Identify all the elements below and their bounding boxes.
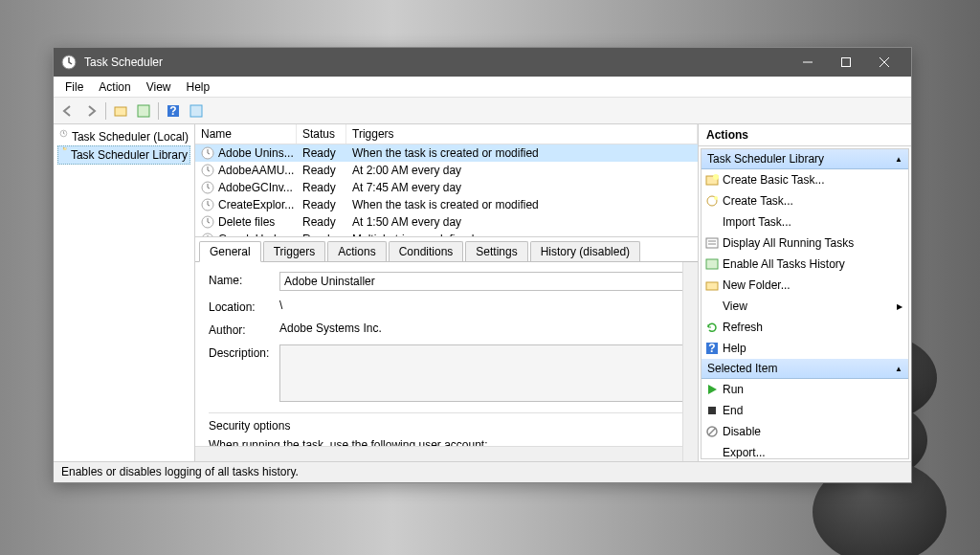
scheduler-icon	[59, 129, 68, 144]
history-icon	[705, 257, 719, 271]
action-label: Import Task...	[723, 215, 902, 229]
task-row[interactable]: Delete filesReadyAt 1:50 AM every day	[195, 213, 698, 231]
task-list[interactable]: Name Status Triggers Adobe Unins...Ready…	[195, 124, 698, 237]
location-value: \	[279, 299, 684, 314]
task-row[interactable]: CreateExplor...ReadyWhen the task is cre…	[195, 196, 698, 213]
refresh-icon	[705, 321, 719, 334]
action-label: End	[723, 404, 902, 417]
tab-actions[interactable]: Actions	[327, 241, 386, 261]
task-row[interactable]: Adobe Unins...ReadyWhen the task is crea…	[195, 144, 698, 162]
folder-icon	[705, 278, 719, 292]
toolbar-icon-1[interactable]	[110, 100, 131, 122]
close-button[interactable]	[865, 49, 903, 76]
author-label: Author:	[209, 322, 279, 337]
action-import-task[interactable]: Import Task...	[702, 211, 908, 233]
svg-point-22	[714, 196, 718, 200]
chevron-up-icon: ▲	[895, 155, 902, 164]
tree-library-label: Task Scheduler Library	[71, 148, 188, 162]
tab-general[interactable]: General	[199, 241, 261, 262]
task-name: AdobeAAMU...	[218, 164, 294, 177]
col-header-status[interactable]: Status	[297, 124, 346, 144]
toolbar: ?	[54, 98, 911, 124]
task-status: Ready	[297, 163, 346, 178]
svg-rect-2	[842, 58, 851, 67]
tree-root[interactable]: Task Scheduler (Local)	[57, 128, 190, 145]
task-icon	[201, 198, 214, 211]
action-create-task[interactable]: Create Task...	[702, 190, 908, 211]
location-label: Location:	[209, 299, 279, 314]
tree-library[interactable]: Task Scheduler Library	[57, 145, 190, 165]
back-button[interactable]	[57, 100, 78, 122]
author-value: Adobe Systems Inc.	[279, 322, 684, 337]
task-status: Ready	[297, 145, 346, 161]
menu-help[interactable]: Help	[179, 78, 218, 96]
action-label: Refresh	[723, 321, 902, 334]
action-label: Help	[723, 342, 902, 355]
name-field[interactable]	[279, 272, 684, 291]
action-export[interactable]: Export...	[702, 442, 908, 459]
description-field[interactable]	[279, 344, 684, 402]
svg-rect-6	[138, 105, 149, 117]
task-status: Ready	[297, 180, 346, 195]
tabs-area: GeneralTriggersActionsConditionsSettings…	[195, 237, 698, 461]
menubar: File Action View Help	[54, 77, 911, 98]
task-icon	[201, 215, 214, 229]
folder-icon	[63, 147, 66, 163]
name-label: Name:	[209, 272, 279, 291]
menu-file[interactable]: File	[57, 78, 91, 96]
task-name: Delete files	[218, 215, 275, 229]
action-help[interactable]: ?Help	[702, 338, 908, 359]
task-triggers: When the task is created or modified	[346, 197, 698, 212]
forward-button[interactable]	[80, 100, 101, 122]
toolbar-icon-3[interactable]	[186, 100, 207, 122]
minimize-button[interactable]	[789, 49, 827, 76]
task-row[interactable]: GoogleUpda...ReadyMultiple triggers defi…	[195, 231, 698, 237]
svg-rect-27	[706, 282, 718, 290]
tree-root-label: Task Scheduler (Local)	[72, 130, 189, 144]
action-view[interactable]: View▶	[702, 296, 908, 317]
menu-action[interactable]: Action	[91, 78, 138, 96]
actions-section-library[interactable]: Task Scheduler Library ▲	[702, 149, 908, 169]
toolbar-icon-2[interactable]	[133, 100, 154, 122]
tab-history-disabled-[interactable]: History (disabled)	[530, 241, 640, 261]
description-label: Description:	[209, 344, 279, 405]
action-label: Run	[723, 383, 902, 396]
disable-icon	[705, 425, 719, 438]
task-row[interactable]: AdobeAAMU...ReadyAt 2:00 AM every day	[195, 162, 698, 179]
task-name: Adobe Unins...	[218, 146, 294, 160]
col-header-triggers[interactable]: Triggers	[346, 124, 698, 144]
task-status: Ready	[297, 214, 346, 230]
actions-section-selected[interactable]: Selected Item ▲	[702, 359, 908, 379]
tab-settings[interactable]: Settings	[465, 241, 527, 261]
titlebar[interactable]: Task Scheduler	[54, 48, 911, 77]
action-enable-all-tasks-history[interactable]: Enable All Tasks History	[702, 254, 908, 275]
task-status: Ready	[297, 197, 346, 212]
action-new-folder[interactable]: New Folder...	[702, 275, 908, 296]
tab-conditions[interactable]: Conditions	[389, 241, 464, 261]
action-disable[interactable]: Disable	[702, 421, 908, 442]
task-name: AdobeGCInv...	[218, 181, 293, 194]
tab-general-content: Name: Location: \ Author: Adobe Systems …	[195, 262, 698, 461]
middle-panel: Name Status Triggers Adobe Unins...Ready…	[195, 124, 699, 461]
detail-hscroll[interactable]	[195, 446, 682, 461]
detail-vscroll[interactable]	[682, 262, 698, 461]
chevron-up-icon: ▲	[895, 365, 902, 373]
tab-triggers[interactable]: Triggers	[263, 241, 326, 261]
svg-line-32	[708, 428, 716, 435]
task-triggers: When the task is created or modified	[346, 145, 698, 161]
action-display-all-running-tasks[interactable]: Display All Running Tasks	[702, 233, 908, 254]
svg-rect-26	[706, 259, 718, 269]
statusbar-text: Enables or disables logging of all tasks…	[61, 465, 299, 478]
menu-view[interactable]: View	[139, 78, 179, 96]
main-window: Task Scheduler File Action View Help ? T…	[53, 47, 912, 483]
col-header-name[interactable]: Name	[195, 124, 297, 144]
toolbar-help-icon[interactable]: ?	[163, 100, 184, 122]
action-create-basic-task[interactable]: Create Basic Task...	[702, 169, 908, 190]
maximize-button[interactable]	[827, 49, 865, 76]
action-run[interactable]: Run	[702, 379, 908, 400]
task-row[interactable]: AdobeGCInv...ReadyAt 7:45 AM every day	[195, 179, 698, 196]
action-refresh[interactable]: Refresh	[702, 317, 908, 338]
star2-icon	[705, 194, 719, 208]
action-end[interactable]: End	[702, 400, 908, 421]
task-triggers: At 7:45 AM every day	[346, 180, 698, 195]
